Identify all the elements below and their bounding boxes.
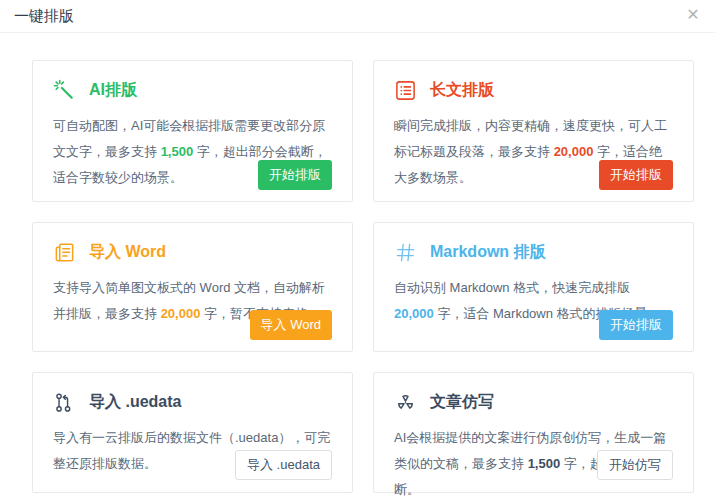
markdown-hash-icon (394, 241, 417, 264)
desc-highlight: 20,000 (161, 306, 201, 321)
card-header: 导入 .uedata (53, 391, 332, 414)
card-markdown-format: Markdown 排版 自动识别 Markdown 格式，快速完成排版 20,0… (373, 222, 694, 352)
card-header: AI排版 (53, 79, 332, 102)
desc-highlight: 1,500 (161, 144, 194, 159)
card-header: 长文排版 (394, 79, 673, 102)
card-title: 文章仿写 (430, 392, 494, 413)
close-icon[interactable]: ✕ (681, 0, 705, 32)
import-data-icon (53, 391, 76, 414)
card-header: 文章仿写 (394, 391, 673, 414)
card-import-uedata: 导入 .uedata 导入有一云排版后的数据文件（.uedata），可完整还原排… (32, 372, 353, 493)
ordered-list-icon (394, 79, 417, 102)
import-word-button[interactable]: 导入 Word (250, 310, 332, 340)
desc-highlight: 20,000 (394, 306, 434, 321)
card-long-article-format: 长文排版 瞬间完成排版，内容更精确，速度更快，可人工标记标题及段落，最多支持 2… (373, 60, 694, 202)
desc-highlight: 1,500 (528, 456, 561, 471)
start-rewrite-button[interactable]: 开始仿写 (597, 450, 673, 480)
desc-text: 自动识别 Markdown 格式，快速完成排版 (394, 280, 630, 295)
card-title: 导入 Word (89, 242, 166, 263)
modal-header: 一键排版 ✕ (0, 0, 715, 33)
magic-wand-icon (53, 79, 76, 102)
start-long-format-button[interactable]: 开始排版 (599, 160, 673, 190)
card-title: 长文排版 (430, 80, 494, 101)
start-ai-format-button[interactable]: 开始排版 (258, 160, 332, 190)
card-title: AI排版 (89, 80, 137, 101)
article-rewrite-icon (394, 391, 417, 414)
format-options-grid: AI排版 可自动配图，AI可能会根据排版需要更改部分原文文字，最多支持 1,50… (32, 60, 694, 493)
card-article-rewrite: 文章仿写 AI会根据提供的文案进行伪原创仿写，生成一篇类似的文稿，最多支持 1,… (373, 372, 694, 493)
import-uedata-button[interactable]: 导入 .uedata (235, 450, 332, 480)
card-import-word: 导入 Word 支持导入简单图文板式的 Word 文档，自动解析并排版，最多支持… (32, 222, 353, 352)
card-title: Markdown 排版 (430, 242, 546, 263)
card-ai-format: AI排版 可自动配图，AI可能会根据排版需要更改部分原文文字，最多支持 1,50… (32, 60, 353, 202)
card-header: Markdown 排版 (394, 241, 673, 264)
card-title: 导入 .uedata (89, 392, 181, 413)
card-header: 导入 Word (53, 241, 332, 264)
word-document-icon (53, 241, 76, 264)
desc-highlight: 20,000 (554, 144, 594, 159)
modal-title: 一键排版 (14, 7, 74, 24)
start-markdown-format-button[interactable]: 开始排版 (599, 310, 673, 340)
